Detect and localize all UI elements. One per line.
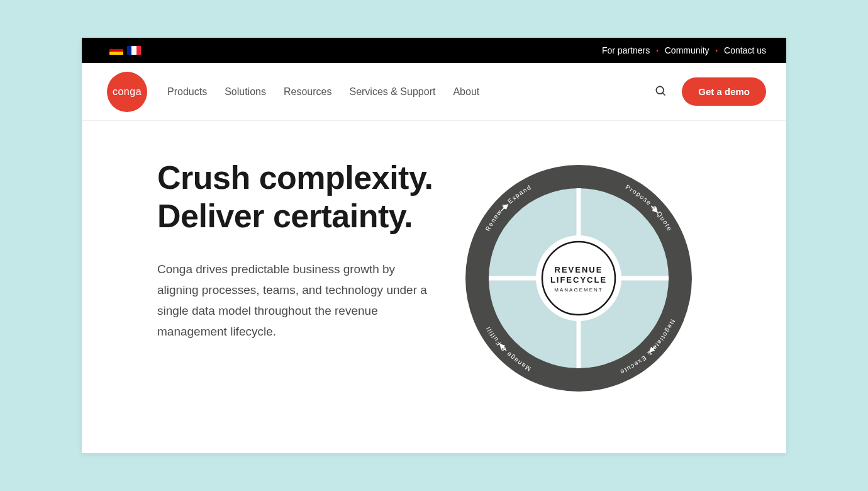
nav-actions: Get a demo (654, 77, 766, 106)
hero-section: Crush complexity. Deliver certainty. Con… (82, 121, 786, 423)
nav-menu: Products Solutions Resources Services & … (167, 86, 479, 98)
svg-line-1 (663, 93, 665, 95)
search-icon[interactable] (654, 84, 667, 99)
link-contact-us[interactable]: Contact us (724, 45, 766, 55)
flag-germany-icon[interactable] (109, 46, 123, 55)
nav-resources[interactable]: Resources (284, 86, 331, 98)
link-community[interactable]: Community (665, 45, 709, 55)
nav-solutions[interactable]: Solutions (225, 86, 266, 98)
main-navigation: conga Products Solutions Resources Servi… (82, 63, 786, 121)
utility-bar: For partners • Community • Contact us (82, 38, 786, 63)
get-demo-button[interactable]: Get a demo (682, 77, 766, 106)
flag-france-icon[interactable] (127, 46, 141, 55)
hero-heading: Crush complexity. Deliver certainty. (157, 159, 434, 236)
logo-text: conga (113, 86, 142, 98)
utility-links: For partners • Community • Contact us (602, 45, 766, 55)
conga-logo[interactable]: conga (107, 72, 147, 112)
hero-copy: Crush complexity. Deliver certainty. Con… (157, 159, 434, 398)
nav-products[interactable]: Products (167, 86, 207, 98)
language-flags (109, 46, 141, 55)
separator-dot: • (656, 47, 659, 54)
revenue-lifecycle-diagram: REVENUE LIFECYCLE MANAGEMENT Propose & Q… (459, 159, 698, 398)
diagram-center-line2: LIFECYCLE (550, 275, 607, 285)
diagram-center-line3: MANAGEMENT (554, 287, 603, 293)
svg-point-0 (657, 86, 664, 94)
link-for-partners[interactable]: For partners (602, 45, 650, 55)
nav-services-support[interactable]: Services & Support (349, 86, 435, 98)
separator-dot: • (716, 47, 718, 54)
hero-subtext: Conga drives predictable business growth… (157, 259, 434, 342)
nav-about[interactable]: About (453, 86, 479, 98)
page-frame: For partners • Community • Contact us co… (82, 38, 786, 453)
diagram-center-line1: REVENUE (555, 265, 603, 274)
